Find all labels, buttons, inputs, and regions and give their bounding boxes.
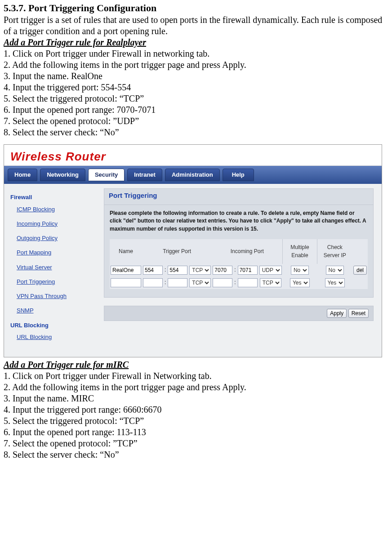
sidebar-item-url-blocking[interactable]: URL Blocking <box>17 334 96 341</box>
step-2-2: 2. Add the following items in the port t… <box>4 382 388 393</box>
trigger-port-from-input[interactable] <box>143 278 163 287</box>
sidebar-item-virtual-server[interactable]: Virtual Server <box>17 264 96 271</box>
tab-administration[interactable]: Administration <box>165 169 220 181</box>
colon-sep: : <box>233 264 236 276</box>
th-multiple-enable: Multiple Enable <box>283 239 317 264</box>
sidebar-group-url-blocking: URL Blocking <box>10 322 96 329</box>
th-trigger-port: Trigger Port <box>142 239 212 264</box>
step-2-5: 5. Select the triggered protocol: “TCP” <box>4 415 388 427</box>
sidebar-item-incoming-policy[interactable]: Incoming Policy <box>17 220 96 227</box>
trigger-protocol-select[interactable]: TCP <box>189 278 211 287</box>
incoming-protocol-select[interactable]: TCP <box>260 278 281 287</box>
step-2-6: 6. Input the opened port range: 113-113 <box>4 427 388 438</box>
tab-networking[interactable]: Networking <box>40 169 85 181</box>
step-1-6: 6. Input the opened port range: 7070-707… <box>4 104 388 116</box>
step-1-1: 1. Click on Port trigger under Firewall … <box>4 48 388 59</box>
port-triggering-panel: Port Triggering Please complete the foll… <box>104 188 374 298</box>
trigger-port-from-input[interactable] <box>143 266 163 275</box>
multiple-enable-select[interactable]: No <box>291 266 309 275</box>
colon-sep: : <box>164 276 167 289</box>
trigger-port-to-input[interactable] <box>168 278 187 287</box>
th-check-server-ip: Check Server IP <box>317 239 352 264</box>
delete-button[interactable]: del <box>353 266 367 275</box>
tab-security[interactable]: Security <box>88 169 125 181</box>
step-2-3: 3. Input the name. MIRC <box>4 393 388 404</box>
check-server-ip-select[interactable]: Yes <box>325 278 345 287</box>
sidebar-item-port-mapping[interactable]: Port Mapping <box>17 249 96 256</box>
tab-intranet[interactable]: Intranet <box>127 169 162 181</box>
step-2-7: 7. Select the opened protocol: ”TCP” <box>4 438 388 449</box>
panel-title: Port Triggering <box>104 189 373 205</box>
sidebar-item-snmp[interactable]: SNMP <box>17 307 96 314</box>
sidebar-item-outgoing-policy[interactable]: Outgoing Policy <box>17 235 96 242</box>
colon-sep: : <box>233 276 236 289</box>
router-header: Wireless Router <box>4 145 382 166</box>
check-server-ip-select[interactable]: No <box>326 266 344 275</box>
rule-row-2: : TCP : <box>110 276 368 289</box>
step-1-7: 7. Select the opened protocol: ”UDP” <box>4 116 388 127</box>
router-logo: Wireless Router <box>10 150 106 163</box>
sidebar-item-icmp-blocking[interactable]: ICMP Blocking <box>17 206 96 213</box>
name-input[interactable] <box>111 278 141 287</box>
step-2-1: 1. Click on Port trigger under Firewall … <box>4 370 388 382</box>
sidebar-item-port-triggering[interactable]: Port Triggering <box>17 278 96 285</box>
step-2-4: 4. Input the triggered port range: 6660:… <box>4 404 388 415</box>
colon-sep: : <box>164 264 167 276</box>
sidebar-item-vpn-pass-through[interactable]: VPN Pass Through <box>17 293 96 300</box>
step-1-5: 5. Select the triggered protocol: “TCP” <box>4 93 388 104</box>
main-content: Port Triggering Please complete the foll… <box>96 184 382 357</box>
sidebar-group-firewall: Firewall <box>10 194 96 201</box>
sidebar: Firewall ICMP Blocking Incoming Policy O… <box>4 184 96 357</box>
trigger-port-to-input[interactable] <box>168 266 187 275</box>
tab-home[interactable]: Home <box>8 169 37 181</box>
incoming-protocol-select[interactable]: UDP <box>259 266 282 275</box>
rules-table: Name Trigger Port Incoming Port Multiple… <box>110 239 368 289</box>
reset-button[interactable]: Reset <box>348 309 369 318</box>
multiple-enable-select[interactable]: Yes <box>290 278 310 287</box>
step-1-8: 8. Select the server check: “No” <box>4 127 388 138</box>
tab-help[interactable]: Help <box>223 169 254 181</box>
section-heading: 5.3.7. Port Triggering Configuration <box>4 2 388 14</box>
incoming-port-from-input[interactable] <box>213 266 232 275</box>
apply-button[interactable]: Apply <box>327 309 347 318</box>
subheading-realplayer: Add a Port Trigger rule for Realplayer <box>4 37 388 48</box>
th-incoming-port: Incoming Port <box>212 239 282 264</box>
step-1-3: 3. Input the name. RealOne <box>4 71 388 82</box>
step-1-2: 2. Add the following items in the port t… <box>4 59 388 71</box>
step-2-8: 8. Select the server check: “No” <box>4 449 388 460</box>
intro-paragraph: Port trigger is a set of rules that are … <box>4 14 388 37</box>
panel-description: Please complete the following informatio… <box>110 209 368 233</box>
name-input[interactable] <box>111 266 141 275</box>
step-1-4: 4. Input the triggered port: 554-554 <box>4 82 388 93</box>
incoming-port-to-input[interactable] <box>238 266 258 275</box>
incoming-port-from-input[interactable] <box>213 278 232 287</box>
router-screenshot: Wireless Router Home Networking Security… <box>4 144 382 358</box>
button-row: Apply Reset <box>104 306 374 321</box>
top-nav: Home Networking Security Intranet Admini… <box>4 166 382 184</box>
subheading-mirc: Add a Port Trigger rule for mIRC <box>4 359 388 370</box>
incoming-port-to-input[interactable] <box>238 278 258 287</box>
trigger-protocol-select[interactable]: TCP <box>189 266 211 275</box>
rule-row-1: : TCP : <box>110 264 368 276</box>
th-name: Name <box>110 239 142 264</box>
